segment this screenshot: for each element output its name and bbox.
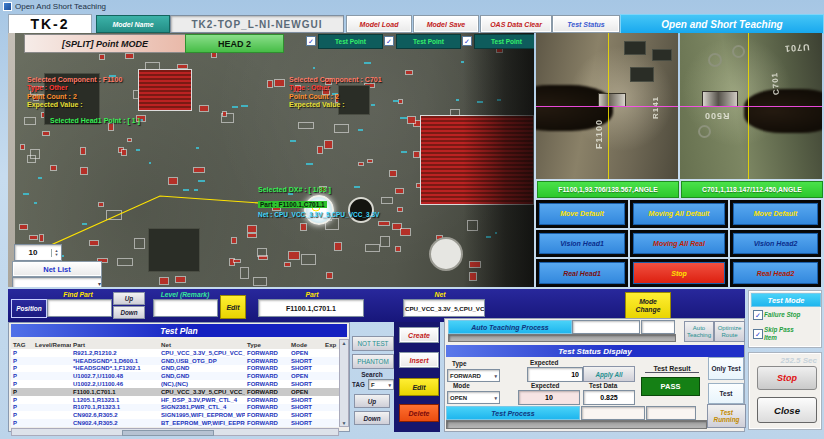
test-plan-hscrollbar[interactable] (11, 428, 339, 436)
net-field[interactable]: CPU_VCC_3.3V_5,CPU_VCC_3.3V, (403, 299, 485, 317)
edit-level-button[interactable]: Edit (220, 295, 246, 319)
test-point-strip-label: Test Point (474, 34, 534, 49)
failure-stop-checkbox[interactable]: ✓ (753, 310, 763, 320)
window-titlebar[interactable]: Open And Short Teaching (0, 0, 824, 13)
tk2-logo: TK-2 (8, 14, 92, 34)
model-load-button[interactable]: Model Load (346, 15, 412, 33)
hscroll-thumb[interactable] (122, 430, 214, 436)
delete-button[interactable]: Delete (399, 404, 439, 422)
real-head2-button[interactable]: Real Head2 (733, 262, 818, 284)
test-button[interactable]: Test (708, 383, 744, 404)
phantom-button[interactable]: PHANTOM (352, 354, 394, 369)
test-running-button[interactable]: Test Running (707, 404, 746, 428)
position-button[interactable]: Position (11, 299, 47, 318)
test-status-display-title: Test Status Display (446, 345, 744, 357)
tag-dropdown[interactable]: F▾ (368, 379, 394, 390)
split-mode-label: [SPLIT] Point MODE (24, 34, 186, 53)
test-point-checkbox[interactable]: ✓ (306, 36, 316, 46)
part-field[interactable]: F1100.1,C701.1 (258, 299, 364, 317)
app-icon (3, 2, 12, 11)
move-default-button[interactable]: Move Default (733, 203, 818, 225)
table-row[interactable]: PCN902.6,R305.2SIGN1995,WIFI_EEPROM_WPFO… (11, 411, 339, 419)
chevron-down-icon: ▾ (388, 382, 391, 388)
camera-view-head1[interactable]: F1100 R141 (536, 33, 678, 179)
test-result-pass-badge: PASS (641, 377, 700, 396)
silkscreen-text: R500 (704, 111, 730, 121)
column-header[interactable]: Mode (289, 341, 323, 348)
expected-field[interactable]: 10 (527, 367, 583, 382)
real-head1-button[interactable]: Real Head1 (539, 262, 625, 284)
test-plan-table[interactable]: PR921.2,R1210.2CPU_VCC_3.3V_5,CPU_VCC_..… (11, 349, 339, 427)
teaching-field-1 (572, 320, 640, 334)
find-up-button[interactable]: Up (113, 292, 145, 305)
model-name-field[interactable]: TK2-TOP_L-NI-NEWGUI (170, 15, 344, 33)
only-test-button[interactable]: Only Test (708, 357, 744, 380)
plan-down-button[interactable]: Down (354, 411, 390, 425)
table-row[interactable]: PF1100.1,C701.1CPU_VCC_3.3V_5,CPU_VCC_..… (11, 388, 339, 396)
level-remark-input[interactable] (153, 299, 218, 317)
table-row[interactable]: PR921.2,R1210.2CPU_VCC_3.3V_5,CPU_VCC_..… (11, 349, 339, 357)
test-data-label: Test Data (589, 382, 617, 389)
test-point-checkbox[interactable]: ✓ (384, 36, 394, 46)
vision-head2-button[interactable]: Vision Head2 (733, 233, 818, 255)
silkscreen-text: U701 (784, 42, 810, 54)
net-list-button[interactable]: Net List (12, 261, 102, 277)
table-row[interactable]: PU1002.2,U1100.46(NC),(NC)FORWARDSHORT (11, 380, 339, 388)
table-row[interactable]: P*HEADSGND*.1,F1202.1GND,GNDFORWARDSHORT (11, 365, 339, 373)
insert-button[interactable]: Insert (399, 352, 439, 368)
moving-all-default-button[interactable]: Moving All Default (633, 203, 725, 225)
not-test-button[interactable]: NOT TEST (352, 336, 394, 351)
skip-pass-checkbox[interactable]: ✓ (753, 329, 763, 339)
table-row[interactable]: PL1205.1,R1323.1HF_DSP_3.3V,PWR_CTL_4FOR… (11, 396, 339, 404)
find-down-button[interactable]: Down (113, 306, 145, 319)
close-button[interactable]: Close (757, 397, 817, 423)
test-plan-vscrollbar[interactable]: ▲▼ (339, 339, 349, 427)
table-row[interactable]: PCN902.4,R305.2BT_EEPROM_WP,WIFI_EEPRO..… (11, 419, 339, 427)
model-name-button[interactable]: Model Name (96, 15, 170, 33)
failure-stop-label: Failure Stop (764, 311, 800, 319)
motion-cell: Stop (630, 259, 728, 287)
net-list-dropdown[interactable]: ▾ (12, 277, 102, 287)
column-header[interactable]: Net (159, 341, 245, 348)
head2-label: HEAD 2 (185, 34, 284, 53)
stop-button[interactable]: Stop (757, 366, 817, 390)
table-row[interactable]: P*HEADSGND*.1,D600.1GND,USB_OTG_DPFORWAR… (11, 357, 339, 365)
expected2-field[interactable]: 10 (518, 390, 580, 405)
moving-all-real-button[interactable]: Moving All Real (633, 233, 725, 255)
find-part-input[interactable] (47, 299, 112, 317)
run-control-panel: 252.5 Sec Stop Close (748, 352, 822, 430)
column-header[interactable]: Part (71, 341, 159, 348)
stop-button[interactable]: Stop (633, 262, 725, 284)
test-mode-panel: Test Mode ✓ Failure Stop ✓ Skip Pass Ite… (748, 290, 822, 348)
optimize-route-button[interactable]: Optimize Route (714, 321, 745, 342)
vision-head1-button[interactable]: Vision Head1 (539, 233, 625, 255)
type-dropdown[interactable]: FORWARD▾ (447, 369, 500, 382)
test-point-checkbox[interactable]: ✓ (462, 36, 472, 46)
plan-up-button[interactable]: Up (354, 394, 390, 408)
table-row[interactable]: PU1002.7,U1100.48GND,GNDFORWARDOPEN (11, 372, 339, 380)
create-button[interactable]: Create (399, 327, 439, 343)
probe-head2 (744, 89, 822, 133)
column-header[interactable]: TAG (11, 341, 33, 348)
table-row[interactable]: PR1070.1,R1323.1SIGN2381,PWR_CTL_4FORWAR… (11, 404, 339, 412)
mode-dropdown[interactable]: OPEN▾ (447, 391, 500, 404)
pcb-viewport[interactable]: [SPLIT] Point MODE HEAD 2 ✓Test Point✓Te… (8, 33, 534, 287)
test-status-button[interactable]: Test Status (552, 15, 620, 33)
process-field-2 (646, 406, 696, 420)
test-plan-title: Test Plan (11, 324, 347, 337)
auto-teaching-button[interactable]: Auto Teaching (684, 321, 714, 342)
column-header[interactable]: Type (245, 341, 289, 348)
expected2-label: Expected (531, 382, 559, 389)
oas-data-clear-button[interactable]: OAS Data Clear (480, 15, 552, 33)
model-save-button[interactable]: Model Save (413, 15, 479, 33)
camera-view-head2[interactable]: R500 C701 U701 (680, 33, 822, 179)
column-header[interactable]: Exp (323, 341, 339, 348)
move-default-button[interactable]: Move Default (539, 203, 625, 225)
apply-all-button[interactable]: Apply All (583, 366, 635, 382)
stepper-arrows[interactable]: ▲▼ (51, 249, 61, 257)
point-count-stepper[interactable]: 10 ▲▼ (14, 244, 62, 261)
column-header[interactable]: Level/Remark (33, 341, 71, 348)
mode-change-button[interactable]: Mode Change (625, 292, 671, 320)
chevron-down-icon: ▾ (494, 395, 497, 401)
edit-row-button[interactable]: Edit (399, 378, 439, 396)
